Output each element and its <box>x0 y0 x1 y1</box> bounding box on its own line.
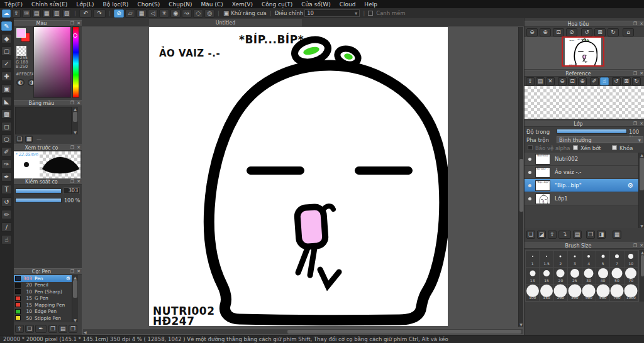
brush-size-option[interactable]: 1000 <box>625 285 638 302</box>
popout-icon[interactable]: ❐ <box>632 243 638 248</box>
document-tab[interactable]: Untitled <box>149 19 302 26</box>
brush-size-option[interactable]: 150 <box>540 285 553 302</box>
brush-tool[interactable]: ✎ <box>1 21 12 31</box>
popout-icon[interactable]: ❐ <box>69 145 75 150</box>
ref-rotate-reset-icon[interactable]: ⊠ <box>622 77 631 85</box>
scroll-up-icon[interactable]: ▲ <box>72 107 78 111</box>
brush-size-option[interactable]: 10 <box>625 251 638 268</box>
layer-new-icon[interactable]: ❏ <box>526 231 535 239</box>
brush-size-slider[interactable] <box>15 188 62 193</box>
close-icon[interactable]: ✕ <box>75 145 82 150</box>
pick-tool[interactable]: ✐ <box>1 147 12 156</box>
scroll-left-icon[interactable]: ◀ <box>84 330 87 334</box>
menu-xem[interactable]: Xem(V) <box>228 1 257 8</box>
brush-item[interactable]: 50 Stipple Pen <box>14 315 72 322</box>
scroll-up-icon[interactable]: ▲ <box>639 153 644 157</box>
layer-row-selected[interactable]: "Bíp...bíp" "Bíp...bíp" ⚙ <box>525 179 638 192</box>
edit-tool[interactable]: ✑ <box>1 160 12 169</box>
visibility-icon[interactable] <box>528 184 531 187</box>
menu-tep[interactable]: Tệp(F) <box>0 1 27 8</box>
brush-size-option[interactable]: 5 <box>596 251 610 268</box>
brush-list-scrollbar[interactable]: ▲ ▼ <box>72 275 78 322</box>
brush-size-option[interactable]: 1 <box>526 251 540 268</box>
layer-row[interactable]: Lớp1 <box>525 192 638 205</box>
bucket-tool[interactable]: ◣ <box>1 97 12 106</box>
snap-parallel-icon[interactable]: ▱ <box>125 9 135 18</box>
scroll-down-icon[interactable]: ▼ <box>519 322 523 327</box>
popout-icon[interactable]: ❐ <box>69 269 75 274</box>
brush-size-option[interactable]: 13 <box>526 268 540 285</box>
brush-size-option[interactable]: 30 <box>582 268 596 285</box>
ref-clear-icon[interactable]: ✕ <box>546 77 555 85</box>
blend-select[interactable]: Bình thường ▾ <box>557 136 643 143</box>
layer-import-icon[interactable]: ⇪ <box>548 231 557 239</box>
gear-icon[interactable]: ⚙ <box>627 182 633 190</box>
nav-rotate-left-icon[interactable]: ↺ <box>581 28 592 36</box>
layer-opacity-slider[interactable] <box>557 129 627 134</box>
scroll-up-icon[interactable]: ▲ <box>640 250 644 254</box>
nav-zoom-fit-icon[interactable]: ⊡ <box>553 28 564 36</box>
nav-zoom-in-icon[interactable]: ⊕ <box>540 28 551 36</box>
reference-view[interactable] <box>525 86 644 119</box>
brush-size-option[interactable]: 4 <box>582 251 596 268</box>
clip-checkbox[interactable] <box>573 145 578 150</box>
brush-size-option[interactable]: 400 <box>582 285 596 302</box>
brush-size-option[interactable]: 25 <box>568 268 582 285</box>
layer-merge-icon[interactable]: ❐ <box>586 231 595 239</box>
hue-marker[interactable] <box>73 33 77 38</box>
brush-edit-icon[interactable]: ✒ <box>35 325 47 333</box>
scroll-down-icon[interactable]: ▼ <box>639 224 644 228</box>
menu-chon[interactable]: Chọn(S) <box>133 1 164 8</box>
close-icon[interactable]: ✕ <box>638 71 644 76</box>
brush-folder-icon[interactable]: ▤ <box>58 325 67 333</box>
close-icon[interactable]: ✕ <box>75 269 82 274</box>
display-icon[interactable]: ▤ <box>32 9 41 18</box>
lock-checkbox[interactable] <box>612 145 617 150</box>
brush-size-option[interactable]: 100 <box>526 285 540 302</box>
brush-item[interactable]: 20 Pencil <box>14 282 72 289</box>
text-tool[interactable]: T <box>1 185 12 194</box>
canvas-vscrollbar[interactable]: ▼ <box>518 27 523 327</box>
menu-chinh-sua[interactable]: Chỉnh sửa(E) <box>27 1 72 8</box>
snap-circle-icon[interactable]: ◉ <box>170 9 180 18</box>
visibility-icon[interactable] <box>528 171 531 174</box>
close-icon[interactable]: ✕ <box>638 21 644 26</box>
snap-cross-icon[interactable]: ▦ <box>136 9 147 18</box>
marquee-tool[interactable]: ▢ <box>1 46 12 56</box>
move-tool[interactable]: ✚ <box>1 72 12 81</box>
brush-item[interactable]: 303 Pen ⚙ <box>14 275 72 282</box>
transparent-color-swatch[interactable] <box>16 46 26 56</box>
popout-icon[interactable]: ❐ <box>69 101 75 106</box>
layer-trash-icon[interactable]: ▦ <box>613 231 621 239</box>
rotate-tool[interactable]: ↺ <box>1 197 12 207</box>
brush-size-option[interactable]: 500 <box>596 285 610 302</box>
scroll-up-icon[interactable]: ▲ <box>72 275 78 280</box>
popout-icon[interactable]: ❐ <box>69 179 75 184</box>
menu-bo-loc[interactable]: Bộ lọc(R) <box>99 1 133 8</box>
brush-item[interactable]: 10 Edge Pen <box>14 308 72 315</box>
close-icon[interactable]: ✕ <box>638 121 644 126</box>
layer-scrollbar[interactable]: ▲ ▼ <box>638 153 644 228</box>
brush-size-option[interactable]: 200 <box>554 285 568 302</box>
brush-item[interactable]: 15 Mapping Pen <box>14 302 72 308</box>
adjust-select[interactable]: 10 ▾ <box>304 9 360 17</box>
snap-vanish-icon[interactable]: ◁ <box>148 9 158 18</box>
shape-tool[interactable]: ▣ <box>1 84 12 94</box>
layer-new-alpha-icon[interactable]: ◪ <box>537 231 546 239</box>
brush-duplicate-icon[interactable]: ❐ <box>69 325 77 333</box>
save-icon[interactable]: ▦ <box>42 9 51 18</box>
brush-size-option[interactable]: 20 <box>554 268 568 285</box>
soft-edge-checkbox[interactable] <box>368 11 373 16</box>
close-icon[interactable]: ✕ <box>75 101 82 106</box>
canvas-hscrollbar[interactable]: ◀ <box>83 329 523 334</box>
palette-new-icon[interactable]: ❏ <box>16 136 23 143</box>
antialias-icon[interactable]: ▣ <box>223 10 230 17</box>
brush-item[interactable]: 15 G Pen <box>14 295 72 302</box>
hand-tool[interactable]: ☝ <box>1 235 12 244</box>
brush-size-option[interactable]: 1.5 <box>540 251 553 268</box>
snap-radial-icon[interactable]: ✳ <box>159 9 169 18</box>
brush-size-option[interactable]: 70 <box>625 268 638 285</box>
eraser-tool[interactable]: ◆ <box>1 34 12 43</box>
popout-icon[interactable]: ❐ <box>632 21 638 26</box>
brush-copy-icon[interactable]: ❐ <box>48 325 57 333</box>
